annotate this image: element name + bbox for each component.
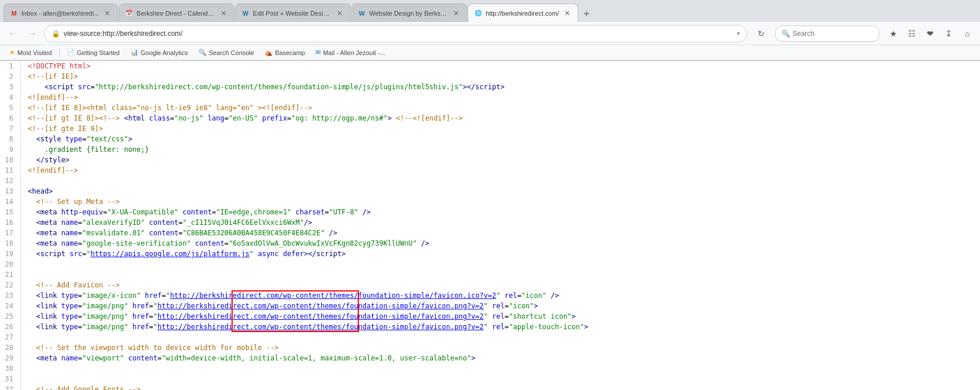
line-number: 29	[0, 353, 21, 363]
bookmark-getting-started[interactable]: 📄 Getting Started	[62, 48, 124, 57]
source-line-10: 10 </style>	[0, 155, 980, 165]
tab-source[interactable]: 🌐 http://berkshiredirect.com/ ✕	[468, 3, 578, 22]
source-line-15: 15 <meta http-equiv="X-UA-Compatible" co…	[0, 207, 980, 217]
line-number: 14	[0, 196, 21, 207]
bookmark-search-console-label: Search Console	[209, 49, 254, 56]
tab-gmail[interactable]: M Inbox - allen@berkshiredi... ✕	[3, 3, 118, 22]
bookmark-google-analytics[interactable]: 📊 Google Analytics	[126, 48, 193, 57]
getting-started-icon: 📄	[67, 49, 75, 56]
source-line-17: 17 <meta name="msvalidate.01" content="C…	[0, 228, 980, 238]
reload-button[interactable]: ↻	[753, 25, 769, 42]
tab-edit-post-title: Edit Post « Website Desig...	[253, 10, 332, 17]
line-content: <meta name="google-site-verification" co…	[25, 238, 980, 249]
source-line-14: 14 <!-- Set up Meta -->	[0, 196, 980, 207]
line-number: 17	[0, 228, 21, 238]
line-number: 7	[0, 123, 21, 134]
source-line-25: 25 <link type="image/png" href="http://b…	[0, 311, 980, 322]
source-line-30: 30	[0, 363, 980, 374]
source-line-26: 26 <link type="image/png" href="http://b…	[0, 322, 980, 332]
line-number: 6	[0, 113, 21, 123]
search-console-icon: 🔍	[199, 49, 207, 56]
line-number: 28	[0, 342, 21, 353]
line-content: <!--[if gt IE 8]><!--> <html class="no-j…	[25, 113, 980, 123]
pocket-button[interactable]: ❤	[922, 25, 938, 42]
bookmark-mail[interactable]: ✉ Mail - Allen Jezouit -...	[311, 48, 390, 57]
line-content: <!DOCTYPE html>	[25, 61, 980, 71]
tab-calendar[interactable]: 📅 Berkshire Direct - Calendar -... ✕	[119, 3, 234, 22]
line-content: <link type="image/png" href="http://berk…	[25, 311, 980, 322]
line-content: <!--[if IE]>	[25, 71, 980, 82]
source-line-29: 29 <meta name="viewport" content="width=…	[0, 353, 980, 363]
source-line-9: 9 .gradient {filter: none;}	[0, 144, 980, 155]
line-content: <meta http-equiv="X-UA-Compatible" conte…	[25, 207, 980, 217]
line-content: .gradient {filter: none;}	[25, 144, 980, 155]
line-number: 1	[0, 61, 21, 71]
line-content: <!-- Set the viewport width to device wi…	[25, 342, 980, 353]
address-input[interactable]	[64, 30, 731, 38]
toolbar-icons: ★ ☷ ❤ ↧ ⌂	[885, 25, 975, 42]
mail-icon: ✉	[315, 49, 321, 56]
most-visited-icon: ★	[9, 49, 15, 56]
line-number: 31	[0, 374, 21, 384]
source-line-1: 1<!DOCTYPE html>	[0, 61, 980, 71]
line-number: 27	[0, 332, 21, 342]
source-line-19: 19 <script src="https://apis.google.com/…	[0, 249, 980, 259]
bookmark-basecamp[interactable]: ⛺ Basecamp	[260, 48, 310, 57]
line-number: 32	[0, 384, 21, 390]
download-button[interactable]: ↧	[941, 25, 957, 42]
source-view[interactable]: 1<!DOCTYPE html>2<!--[if IE]>3 <script s…	[0, 61, 980, 390]
tab-edit-post[interactable]: W Edit Post « Website Desig... ✕	[235, 3, 351, 22]
source-line-4: 4<![endif]-->	[0, 92, 980, 103]
search-icon: 🔍	[781, 30, 790, 38]
wp-favicon-icon: W	[241, 9, 249, 17]
tab-website-design-close-icon[interactable]: ✕	[452, 9, 461, 18]
search-input[interactable]	[792, 30, 868, 38]
line-content	[25, 176, 980, 186]
source-line-31: 31	[0, 374, 980, 384]
tab-source-close-icon[interactable]: ✕	[563, 9, 572, 18]
bookmark-mail-label: Mail - Allen Jezouit -...	[323, 49, 386, 56]
source-line-20: 20	[0, 259, 980, 269]
address-bar[interactable]: 🔒 ▾	[44, 25, 747, 42]
line-number: 30	[0, 363, 21, 374]
new-tab-button[interactable]: +	[579, 6, 594, 22]
line-number: 20	[0, 259, 21, 269]
wp-favicon-icon-2: W	[358, 9, 366, 17]
line-number: 26	[0, 322, 21, 332]
reading-list-button[interactable]: ☷	[904, 25, 920, 42]
line-content: <![endif]-->	[25, 165, 980, 176]
bookmark-most-visited-label: Most Visited	[17, 49, 52, 56]
source-line-2: 2<!--[if IE]>	[0, 71, 980, 82]
tab-gmail-title: Inbox - allen@berkshiredi...	[21, 10, 99, 17]
line-content: <link type="image/png" href="http://berk…	[25, 322, 980, 332]
address-lock-icon: 🔒	[52, 30, 60, 38]
source-line-18: 18 <meta name="google-site-verification"…	[0, 238, 980, 249]
source-line-32: 32 <!-- Add Google Fonts -->	[0, 384, 980, 390]
line-content: <!-- Set up Meta -->	[25, 196, 980, 207]
bookmark-star-button[interactable]: ★	[885, 25, 901, 42]
search-bar[interactable]: 🔍	[775, 25, 879, 42]
source-line-23: 23 <link type="image/x-icon" href="http:…	[0, 290, 980, 301]
line-number: 24	[0, 301, 21, 311]
tab-edit-post-close-icon[interactable]: ✕	[335, 9, 344, 18]
line-number: 2	[0, 71, 21, 82]
forward-button[interactable]: →	[24, 25, 41, 42]
line-number: 4	[0, 92, 21, 103]
tab-website-design[interactable]: W Website Design by Berksh... ✕	[351, 3, 467, 22]
line-number: 12	[0, 176, 21, 186]
line-number: 22	[0, 280, 21, 290]
line-content	[25, 269, 980, 280]
tab-calendar-close-icon[interactable]: ✕	[219, 9, 228, 18]
source-line-5: 5<!--[if IE 8]><html class="no-js lt-ie9…	[0, 103, 980, 113]
bookmarks-bar: ★ Most Visited 📄 Getting Started 📊 Googl…	[0, 45, 980, 60]
nav-bar: ← → 🔒 ▾ ↻ 🔍 ★ ☷ ❤ ↧ ⌂	[0, 22, 980, 45]
bookmark-most-visited[interactable]: ★ Most Visited	[5, 48, 57, 57]
back-button[interactable]: ←	[5, 25, 21, 42]
source-line-13: 13<head>	[0, 186, 980, 196]
line-number: 11	[0, 165, 21, 176]
home-button[interactable]: ⌂	[959, 25, 975, 42]
tab-gmail-close-icon[interactable]: ✕	[102, 9, 112, 18]
line-content: <meta name="alexaVerifyID" content="_cI1…	[25, 217, 980, 228]
bookmark-search-console[interactable]: 🔍 Search Console	[194, 48, 259, 57]
source-line-7: 7<!--[if gte IE 9]>	[0, 123, 980, 134]
